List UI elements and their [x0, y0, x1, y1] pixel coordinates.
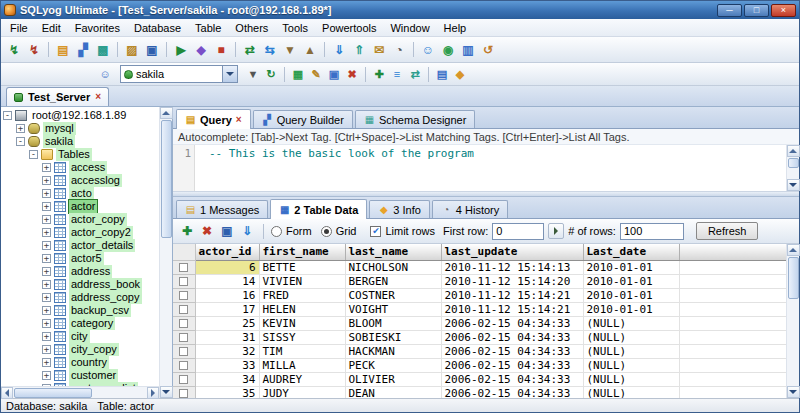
- data-sync-icon[interactable]: ⇄: [241, 41, 259, 59]
- expand-icon[interactable]: +: [42, 306, 51, 315]
- minimize-button[interactable]: ─: [717, 4, 742, 17]
- export-data-icon[interactable]: ⇑: [350, 41, 368, 59]
- cell-last-date[interactable]: 2010-01-01: [583, 274, 679, 288]
- tree-item-tables[interactable]: -Tables: [1, 148, 159, 161]
- row-selector[interactable]: [173, 330, 195, 344]
- cell-last-name[interactable]: OLIVIER: [345, 372, 441, 386]
- expand-icon[interactable]: +: [42, 189, 51, 198]
- expand-icon[interactable]: +: [42, 371, 51, 380]
- cell-first-name[interactable]: FRED: [259, 288, 345, 302]
- tree-item-sakila[interactable]: -sakila: [1, 135, 159, 148]
- import-external-data-icon[interactable]: ⇓: [330, 41, 348, 59]
- menu-database[interactable]: Database: [127, 21, 188, 35]
- refresh-database-icon[interactable]: ↻: [263, 66, 279, 82]
- cell-actor-id[interactable]: 34: [195, 372, 259, 386]
- row-selector[interactable]: [173, 358, 195, 372]
- row-selector[interactable]: [173, 302, 195, 316]
- tree-item-address[interactable]: +address: [1, 265, 159, 278]
- add-row-icon[interactable]: ✚: [178, 222, 196, 240]
- expand-icon[interactable]: +: [42, 332, 51, 341]
- expand-icon[interactable]: +: [42, 176, 51, 185]
- scrollbar-thumb[interactable]: [788, 257, 799, 299]
- cell-last-name[interactable]: DEAN: [345, 386, 441, 398]
- connect-icon[interactable]: ↯: [5, 41, 23, 59]
- expand-icon[interactable]: +: [42, 254, 51, 263]
- insert-update-icon[interactable]: ✚: [371, 66, 387, 82]
- delete-row-icon[interactable]: ✖: [198, 222, 216, 240]
- cell-first-name[interactable]: HELEN: [259, 302, 345, 316]
- expand-icon[interactable]: +: [42, 293, 51, 302]
- refresh-button[interactable]: Refresh: [696, 222, 759, 240]
- expand-icon[interactable]: +: [42, 280, 51, 289]
- tree-item-accesslog[interactable]: +accesslog: [1, 174, 159, 187]
- close-connection-icon[interactable]: ×: [95, 92, 101, 102]
- table-maintenance-icon[interactable]: ≡: [389, 66, 405, 82]
- cell-actor-id[interactable]: 6: [195, 260, 259, 274]
- cell-first-name[interactable]: VIVIEN: [259, 274, 345, 288]
- tree-item-actor-copy[interactable]: +actor_copy: [1, 213, 159, 226]
- tree-item-actor-details[interactable]: +actor_details: [1, 239, 159, 252]
- cell-first-name[interactable]: AUDREY: [259, 372, 345, 386]
- visual-data-compare-icon[interactable]: ▥: [459, 41, 477, 59]
- user-manager-icon[interactable]: ☺: [419, 41, 437, 59]
- column-header-last-name[interactable]: last_name: [345, 244, 441, 260]
- menu-favorites[interactable]: Favorites: [68, 21, 127, 35]
- cell-last-update[interactable]: 2010-11-12 15:14:20: [441, 274, 583, 288]
- tree-item-address-copy[interactable]: +address_copy: [1, 291, 159, 304]
- expand-icon[interactable]: +: [42, 163, 51, 172]
- tree-horizontal-scrollbar[interactable]: [1, 386, 159, 398]
- menu-edit[interactable]: Edit: [35, 21, 68, 35]
- tree-item-customer[interactable]: +customer: [1, 369, 159, 382]
- cell-last-date[interactable]: (NULL): [583, 316, 679, 330]
- expand-icon[interactable]: +: [42, 241, 51, 250]
- row-checkbox[interactable]: [179, 375, 188, 384]
- column-header-first-name[interactable]: first_name: [259, 244, 345, 260]
- cell-last-update[interactable]: 2006-02-15 04:34:33: [441, 330, 583, 344]
- tree-item-actor5[interactable]: +actor5: [1, 252, 159, 265]
- connection-tab[interactable]: Test_Server ×: [6, 87, 109, 106]
- grid-vertical-scrollbar[interactable]: [786, 244, 799, 398]
- close-tab-icon[interactable]: ×: [236, 115, 242, 125]
- alter-table-icon[interactable]: ✎: [308, 66, 324, 82]
- row-selector[interactable]: [173, 260, 195, 274]
- tab-1-messages[interactable]: ▤1 Messages: [176, 200, 268, 218]
- schema-sync-icon[interactable]: ⇆: [261, 41, 279, 59]
- sql-code[interactable]: -- This is the basic look of the program: [195, 145, 786, 191]
- row-checkbox[interactable]: [179, 277, 188, 286]
- query-profiler-icon[interactable]: ◉: [439, 41, 457, 59]
- tree-item-backup-csv[interactable]: +backup_csv: [1, 304, 159, 317]
- expand-icon[interactable]: +: [42, 358, 51, 367]
- cell-last-date[interactable]: (NULL): [583, 330, 679, 344]
- cell-last-name[interactable]: BERGEN: [345, 274, 441, 288]
- row-checkbox[interactable]: [179, 389, 188, 398]
- tree-item-actor-copy2[interactable]: +actor_copy2: [1, 226, 159, 239]
- tree-item-address-book[interactable]: +address_book: [1, 278, 159, 291]
- menu-others[interactable]: Others: [228, 21, 275, 35]
- expand-icon[interactable]: +: [42, 228, 51, 237]
- expand-icon[interactable]: +: [42, 215, 51, 224]
- cell-actor-id[interactable]: 17: [195, 302, 259, 316]
- row-checkbox[interactable]: [179, 361, 188, 370]
- row-selector[interactable]: [173, 386, 195, 398]
- cell-first-name[interactable]: TIM: [259, 344, 345, 358]
- tree-item-root-192-168-1-89[interactable]: -root@192.168.1.89: [1, 109, 159, 122]
- cell-last-date[interactable]: (NULL): [583, 344, 679, 358]
- drop-table-icon[interactable]: ✖: [344, 66, 360, 82]
- scrollbar-thumb[interactable]: [14, 388, 92, 398]
- tab-schema-designer[interactable]: ▦Schema Designer: [355, 110, 475, 128]
- row-checkbox[interactable]: [179, 333, 188, 342]
- menu-help[interactable]: Help: [437, 21, 474, 35]
- save-changes-icon[interactable]: ▣: [218, 222, 236, 240]
- flush-tools-icon[interactable]: ↺: [479, 41, 497, 59]
- num-rows-input[interactable]: [620, 223, 684, 240]
- close-button[interactable]: ×: [771, 4, 796, 17]
- cell-actor-id[interactable]: 14: [195, 274, 259, 288]
- cell-last-update[interactable]: 2010-11-12 15:14:13: [441, 260, 583, 274]
- row-selector[interactable]: [173, 372, 195, 386]
- row-checkbox[interactable]: [179, 305, 188, 314]
- expand-icon[interactable]: +: [42, 267, 51, 276]
- cell-last-date[interactable]: 2010-01-01: [583, 302, 679, 316]
- row-checkbox[interactable]: [179, 347, 188, 356]
- chevron-down-icon[interactable]: [222, 66, 237, 82]
- column-header-last-update[interactable]: last_update: [441, 244, 583, 260]
